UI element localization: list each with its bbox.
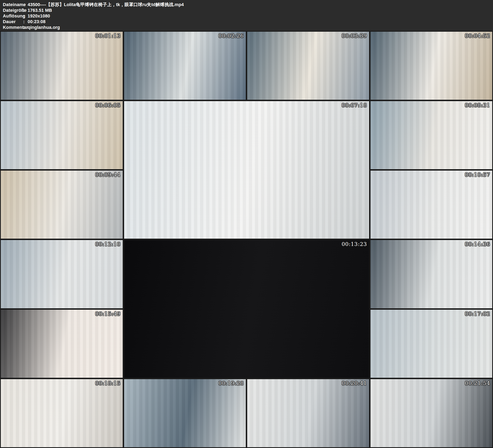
video-thumbnail: 00:01:13: [1, 32, 123, 100]
field-separator: :: [23, 8, 28, 13]
video-thumbnail: 00:14:36: [370, 240, 493, 308]
timestamp-badge: 00:01:13: [95, 33, 121, 39]
timestamp-badge: 00:19:28: [218, 380, 244, 386]
timestamp-badge: 00:02:26: [218, 33, 244, 39]
video-thumbnail: 00:19:28: [124, 379, 246, 447]
field-label-dauer: Dauer: [3, 19, 23, 24]
timestamp-badge: 00:21:54: [465, 380, 490, 386]
metadata-header: Dateiname : 43500----【苏苏】Lolita龟甲缚铐在椅子上，…: [0, 0, 493, 31]
field-separator: :: [23, 24, 28, 30]
video-thumbnail-large: 00:07:18: [124, 101, 369, 239]
video-thumbnail: 00:17:02: [370, 310, 493, 378]
timestamp-badge: 00:13:23: [342, 241, 367, 247]
timestamp-badge: 00:18:15: [95, 380, 121, 386]
timestamp-badge: 00:09:44: [95, 172, 121, 178]
metadata-row-duration: Dauer : 00:23:08: [3, 19, 490, 24]
thumbnail-grid: 00:01:13 00:02:26 00:03:39 00:04:52 00:0…: [0, 31, 493, 448]
video-thumbnail: 00:15:49: [1, 310, 123, 378]
field-label-aufloesung: Auflösung: [3, 13, 23, 19]
video-thumbnail: 00:06:05: [1, 101, 123, 169]
field-value-aufloesung: 1920x1080: [28, 13, 490, 19]
timestamp-badge: 00:15:49: [95, 311, 121, 317]
field-value-dateigroesse: 1763.51 MB: [28, 8, 490, 13]
timestamp-badge: 00:20:41: [342, 380, 367, 386]
metadata-row-filesize: Dateigröße : 1763.51 MB: [3, 8, 490, 13]
video-thumbnail: 00:03:39: [247, 32, 369, 100]
video-thumbnail: 00:02:26: [124, 32, 246, 100]
field-separator: :: [23, 13, 28, 19]
timestamp-badge: 00:17:02: [465, 311, 490, 317]
metadata-row-filename: Dateiname : 43500----【苏苏】Lolita龟甲缚铐在椅子上，…: [3, 2, 490, 8]
video-thumbnail: 00:04:52: [370, 32, 493, 100]
field-value-kommentar: qinglanhua.org: [28, 24, 490, 30]
timestamp-badge: 00:10:57: [465, 172, 490, 178]
timestamp-badge: 00:03:39: [342, 33, 367, 39]
field-label-dateiname: Dateiname: [3, 2, 23, 8]
timestamp-badge: 00:04:52: [465, 33, 490, 39]
video-thumbnail: 00:09:44: [1, 171, 123, 239]
field-label-dateigroesse: Dateigröße: [3, 8, 23, 13]
video-thumbnail: 00:20:41: [247, 379, 369, 447]
field-value-dateiname: 43500----【苏苏】Lolita龟甲缚铐在椅子上，tk，眼罩口球ru夹td…: [28, 2, 490, 8]
video-thumbnail: 00:10:57: [370, 171, 493, 239]
video-thumbnail: 00:18:15: [1, 379, 123, 447]
timestamp-badge: 00:07:18: [342, 102, 367, 108]
field-separator: :: [23, 19, 28, 24]
field-label-kommentar: Kommentar: [3, 24, 23, 30]
video-thumbnail: 00:08:31: [370, 101, 493, 169]
field-separator: :: [23, 2, 28, 8]
timestamp-badge: 00:06:05: [95, 102, 121, 108]
timestamp-badge: 00:14:36: [465, 241, 490, 247]
video-thumbnail: 00:12:10: [1, 240, 123, 308]
field-value-dauer: 00:23:08: [28, 19, 490, 24]
timestamp-badge: 00:08:31: [465, 102, 490, 108]
video-thumbnail-large: 00:13:23: [124, 240, 369, 378]
timestamp-badge: 00:12:10: [95, 241, 121, 247]
metadata-row-resolution: Auflösung : 1920x1080: [3, 13, 490, 19]
video-thumbnail: 00:21:54: [370, 379, 493, 447]
metadata-row-comment: Kommentar : qinglanhua.org: [3, 24, 490, 30]
